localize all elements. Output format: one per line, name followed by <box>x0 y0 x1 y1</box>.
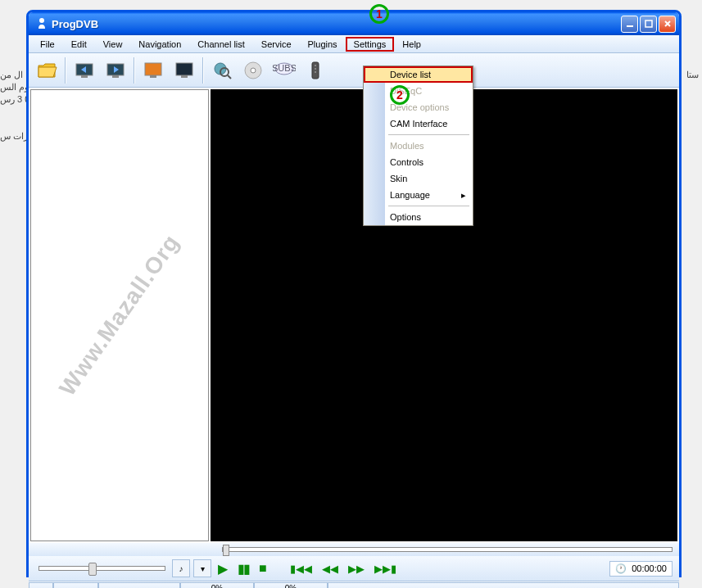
minimize-button[interactable] <box>621 16 638 33</box>
menu-controls[interactable]: Controls <box>364 154 473 170</box>
svg-point-21 <box>315 71 316 73</box>
content-area: Www.Mazall.Org <box>29 88 679 543</box>
settings-dropdown: Device list DiSEqC Device options CAM In… <box>363 66 473 226</box>
rewind-button[interactable]: ◀◀ <box>319 563 342 575</box>
pause-button[interactable]: ▮▮ <box>234 561 252 577</box>
menu-edit[interactable]: Edit <box>63 37 95 52</box>
search-globe-button[interactable] <box>207 56 237 85</box>
seek-slider[interactable] <box>222 547 673 552</box>
svg-point-0 <box>39 18 44 23</box>
bg-text: وم الس <box>0 82 29 93</box>
skip-back-button[interactable]: ▮◀◀ <box>287 563 315 575</box>
menu-settings[interactable]: Settings <box>346 37 395 52</box>
skip-forward-button[interactable]: ▶▶▮ <box>371 563 400 575</box>
clock-icon: 🕐 <box>615 563 627 574</box>
watermark-text: Www.Mazall.Org <box>54 230 184 401</box>
screen-next-button[interactable] <box>101 56 130 85</box>
toolbar: SUBS <box>29 53 679 88</box>
window-title: ProgDVB <box>52 18 621 30</box>
menu-modules: Modules <box>364 138 473 154</box>
monitor-dark-button[interactable] <box>170 56 199 85</box>
status-percent-2: 0% <box>254 582 328 589</box>
play-button[interactable]: ▶ <box>215 561 231 577</box>
menu-device-options: Device options <box>364 99 473 115</box>
seek-handle[interactable] <box>223 545 229 556</box>
svg-rect-1 <box>627 25 633 27</box>
titlebar[interactable]: ProgDVB <box>29 12 679 35</box>
open-folder-button[interactable] <box>32 56 61 85</box>
time-display: 🕐 00:00:00 <box>609 561 673 577</box>
close-button[interactable] <box>659 16 676 33</box>
volume-handle[interactable] <box>88 563 97 576</box>
svg-rect-2 <box>645 20 652 27</box>
svg-point-19 <box>315 65 316 66</box>
menu-file[interactable]: File <box>32 37 63 52</box>
annotation-1: 1 <box>369 4 389 24</box>
svg-rect-9 <box>176 63 192 75</box>
dropdown-button[interactable]: ▾ <box>193 559 211 577</box>
remote-button[interactable] <box>301 56 330 85</box>
svg-point-20 <box>315 68 316 70</box>
maximize-button[interactable] <box>640 16 657 33</box>
svg-rect-7 <box>145 63 161 75</box>
menu-navigation[interactable]: Navigation <box>130 37 189 52</box>
bg-text: ال من <box>0 70 23 80</box>
annotation-2: 2 <box>390 85 410 105</box>
channel-list-panel[interactable]: Www.Mazall.Org <box>30 89 209 541</box>
subs-button[interactable]: SUBS <box>269 56 299 85</box>
bg-text: 0 3 رس <box>0 94 29 105</box>
menu-view[interactable]: View <box>95 37 131 52</box>
svg-rect-8 <box>150 75 156 78</box>
menu-plugins[interactable]: Plugins <box>300 37 346 52</box>
audio-button[interactable]: ♪ <box>172 559 190 577</box>
disc-button[interactable] <box>238 56 268 85</box>
menu-help[interactable]: Help <box>394 37 429 52</box>
time-value: 00:00:00 <box>632 563 667 573</box>
menu-language[interactable]: Language▸ <box>364 187 473 203</box>
svg-point-15 <box>251 68 256 73</box>
status-bar: 0% 0% <box>29 581 679 588</box>
svg-rect-4 <box>81 75 88 78</box>
seek-area <box>29 543 679 556</box>
main-window: ProgDVB File Edit View Navigation Channe… <box>26 10 682 577</box>
monitor-orange-button[interactable] <box>138 56 168 85</box>
status-cell <box>53 582 98 589</box>
status-cell <box>328 582 679 589</box>
menu-channel-list[interactable]: Channel list <box>189 37 252 52</box>
screen-prev-button[interactable] <box>70 56 99 85</box>
menubar: File Edit View Navigation Channel list S… <box>29 35 679 53</box>
controls-bar: ♪ ▾ ▶ ▮▮ ■ ▮◀◀ ◀◀ ▶▶ ▶▶▮ 🕐 00:00:00 <box>29 556 679 581</box>
volume-slider[interactable] <box>38 566 165 571</box>
stop-button[interactable]: ■ <box>256 561 270 576</box>
svg-rect-10 <box>181 75 188 78</box>
status-percent-1: 0% <box>180 582 254 589</box>
menu-service[interactable]: Service <box>253 37 300 52</box>
bg-text: ستا <box>686 70 699 80</box>
svg-rect-6 <box>112 75 119 78</box>
forward-button[interactable]: ▶▶ <box>345 563 368 575</box>
submenu-arrow-icon: ▸ <box>461 190 466 201</box>
svg-line-13 <box>228 75 231 79</box>
status-cell <box>29 582 53 589</box>
menu-skin[interactable]: Skin <box>364 170 473 187</box>
status-cell <box>98 582 180 589</box>
menu-diseqc: DiSEqC <box>364 83 473 99</box>
menu-device-list[interactable]: Device list <box>364 66 473 83</box>
app-icon <box>35 17 48 30</box>
menu-cam-interface[interactable]: CAM Interface <box>364 115 473 132</box>
menu-options[interactable]: Options <box>364 209 473 225</box>
svg-text:SUBS: SUBS <box>273 63 296 73</box>
